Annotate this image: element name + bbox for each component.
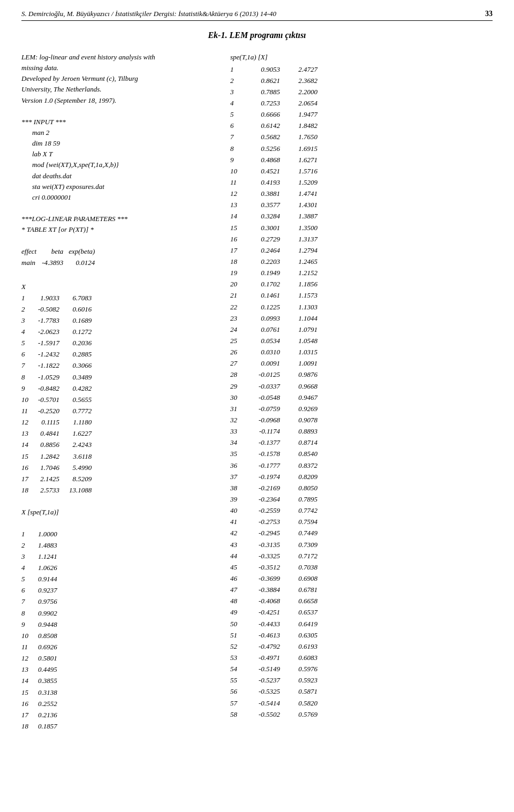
spe-row: 47-0.38840.6781 [230,585,328,596]
main-content: LEM: log-linear and event history analys… [21,52,493,732]
x-row: 11-0.25200.7772 [21,406,98,417]
x-spe-row: 150.3138 [21,687,64,698]
spe-row: 54-0.51490.5976 [230,664,328,675]
x-table: 11.90336.70832-0.50820.60163-1.77830.168… [21,292,98,496]
spe-row: 51-0.46130.6305 [230,629,328,641]
spe-row: 58-0.55020.5769 [230,709,328,720]
spe-row: 44-0.33250.7172 [230,550,328,561]
x-row: 8-1.05290.3489 [21,371,98,383]
spe-row: 250.05341.0548 [230,336,328,347]
spe-row: 53-0.49710.6083 [230,652,328,663]
x-row: 3-1.77830.1689 [21,315,98,326]
journal-title: S. Demircioğlu, M. Büyükyazıcı / İstatis… [21,10,485,18]
spe-row: 28-0.01250.9876 [230,369,328,381]
spe-row: 42-0.29450.7449 [230,528,328,539]
spe-row: 140.32841.3887 [230,211,328,222]
spe-row: 29-0.03370.9668 [230,381,328,392]
spe-row: 210.14611.1573 [230,290,328,301]
input-sta: sta wei(XT) exposures.dat [32,181,225,192]
spe-row: 50.66661.9477 [230,109,328,120]
x-row: 151.28423.6118 [21,451,98,462]
intro-line3: Developed by Jeroen Vermunt (c), Tilburg [21,73,225,84]
spe-row: 110.41931.5209 [230,177,328,188]
effect-header-row: effect beta exp(beta) [21,246,100,257]
spe-header: spe(T,1a) [X] [230,52,493,63]
x-spe-row: 11.0000 [21,528,64,540]
spe-row: 190.19491.2152 [230,268,328,279]
log-linear-title: ***LOG-LINEAR PARAMETERS *** [21,214,225,224]
spe-row: 150.30011.3500 [230,222,328,233]
x-spe-row: 120.5801 [21,653,64,664]
x-row: 161.70465.4990 [21,462,98,473]
input-man: man 2 [32,127,225,138]
x-spe-row: 50.9144 [21,574,64,585]
spe-row: 40-0.25590.7742 [230,505,328,517]
spe-row: 49-0.42510.6537 [230,607,328,618]
effect-main-label: main [21,257,42,269]
x-spe-row: 70.9756 [21,596,64,608]
x-row: 130.48411.6227 [21,428,98,439]
spe-row: 20.86212.3682 [230,75,328,86]
x-spe-label: X [spe(T,1a)] [21,507,225,518]
spe-row: 90.48681.6271 [230,154,328,165]
spe-row: 260.03101.0315 [230,347,328,358]
effect-main-row: main -4.3893 0.0124 [21,257,100,269]
spe-row: 34-0.13770.8714 [230,437,328,449]
spe-row: 36-0.17770.8372 [230,460,328,471]
x-spe-row: 140.3855 [21,676,64,687]
intro-line1: LEM: log-linear and event history analys… [21,52,225,63]
spe-row: 41-0.27530.7594 [230,517,328,528]
x-row: 9-0.84820.4282 [21,383,98,394]
spe-row: 200.17021.1856 [230,279,328,290]
spe-row: 40.72532.0654 [230,98,328,109]
effect-col-header: effect [21,246,42,257]
x-spe-row: 60.9237 [21,585,64,596]
spe-row: 220.12251.1303 [230,301,328,313]
spe-row: 30.78852.2000 [230,86,328,97]
spe-row: 70.56821.7650 [230,132,328,143]
x-row: 5-1.59170.2036 [21,338,98,349]
right-column: spe(T,1a) [X] 10.90532.472720.86212.3682… [225,52,493,732]
input-lab: lab X T [32,149,225,160]
x-label: X [21,282,225,292]
x-spe-row: 21.4883 [21,540,64,551]
x-spe-row: 110.6926 [21,641,64,652]
x-spe-row: 180.1857 [21,720,64,732]
intro-line2: missing data. [21,63,225,73]
intro-line4: University, The Netherlands. [21,84,225,95]
spe-row: 35-0.15780.8540 [230,449,328,460]
spe-row: 55-0.52370.5923 [230,675,328,686]
spe-row: 31-0.07590.9269 [230,403,328,414]
x-spe-row: 130.4495 [21,664,64,676]
spe-row: 100.45211.5716 [230,165,328,177]
x-spe-row: 160.2552 [21,698,64,709]
spe-row: 43-0.31350.7309 [230,539,328,550]
log-linear-subtitle: * TABLE XT [or P(XT)] * [21,224,225,235]
spe-row: 33-0.11740.8893 [230,426,328,437]
input-dat: dat deaths.dat [32,171,225,181]
spe-row: 180.22031.2465 [230,256,328,268]
x-spe-row: 31.1241 [21,551,64,562]
spe-row: 270.00911.0091 [230,358,328,369]
left-column: LEM: log-linear and event history analys… [21,52,225,732]
page-number: 33 [485,10,493,18]
spe-row: 50-0.44330.6419 [230,618,328,629]
spe-row: 45-0.35120.7038 [230,561,328,573]
x-row: 7-1.18220.3066 [21,360,98,371]
x-spe-row: 100.8508 [21,630,64,641]
spe-row: 120.38811.4741 [230,188,328,200]
x-row: 120.11151.1180 [21,417,98,428]
page-header: S. Demircioğlu, M. Büyükyazıcı / İstatis… [21,10,493,21]
x-row: 10-0.57010.5655 [21,394,98,405]
spe-table: 10.90532.472720.86212.368230.78852.20004… [230,64,328,720]
beta-col-header: beta [42,246,69,257]
spe-row: 80.52561.6915 [230,143,328,154]
x-row: 172.14258.5209 [21,473,98,484]
x-spe-row: 80.9902 [21,608,64,619]
input-lines: man 2 dim 18 59 lab X T mod {wei(XT),X,s… [21,127,225,203]
spe-row: 240.07611.0791 [230,324,328,335]
x-row: 182.573313.1088 [21,484,98,496]
spe-row: 48-0.40680.6658 [230,596,328,607]
spe-row: 32-0.09680.9078 [230,415,328,426]
page-title: Ek-1. LEM programı çıktısı [21,31,493,40]
